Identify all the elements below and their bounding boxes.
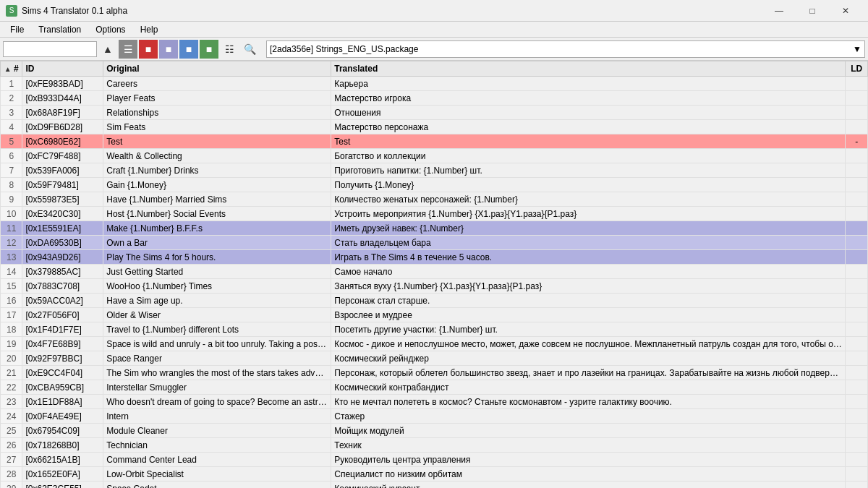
table-row[interactable]: 15[0x7883C708]WooHoo {1.Number} TimesЗан… <box>1 279 868 294</box>
cell-ld <box>846 192 868 207</box>
cell-original: Wealth & Collecting <box>103 149 331 163</box>
cell-id: [0x7883C708] <box>22 279 103 294</box>
maximize-button[interactable]: □ <box>796 0 829 22</box>
menu-file[interactable]: File <box>3 23 31 36</box>
minimize-button[interactable]: — <box>762 0 796 22</box>
table-row[interactable]: 8[0x59F79481]Gain {1.Money}Получить {1.M… <box>1 178 868 192</box>
table-row[interactable]: 11[0x1E5591EA]Make {1.Number} B.F.F.sИме… <box>1 221 868 236</box>
table-row[interactable]: 5[0xC6980E62]TestTest- <box>1 134 868 149</box>
cell-translated: Карьера <box>331 77 846 91</box>
cell-ld <box>846 279 868 294</box>
cell-ld <box>846 91 868 106</box>
table-container[interactable]: ▲ # ID Original Translated LD 1[0xFE983B… <box>0 61 868 488</box>
green-icon[interactable]: ■ <box>200 40 218 59</box>
cell-original: Older & Wiser <box>103 308 331 322</box>
cell-id: [0x539FA006] <box>22 163 103 178</box>
cell-translated: Количество женатых персонажей: {1.Number… <box>331 192 846 207</box>
cell-original: Technician <box>103 438 331 453</box>
list-icon[interactable]: ☰ <box>119 40 137 59</box>
cell-ld <box>846 236 868 250</box>
table-row[interactable]: 28[0x1652E0FA]Low-Orbit SpecialistСпециа… <box>1 467 868 481</box>
cell-translated: Приготовить напитки: {1.Number} шт. <box>331 163 846 178</box>
col-header-ld[interactable]: LD <box>846 61 868 77</box>
table-row[interactable]: 25[0x67954C09]Module CleanerМойщик модул… <box>1 424 868 438</box>
cell-original: Space is wild and unruly - a bit too unr… <box>103 337 331 351</box>
col-header-id[interactable]: ID <box>22 61 103 77</box>
menu-bar: File Translation Options Help <box>0 22 868 38</box>
arrow-icon[interactable]: ▲ <box>98 40 117 59</box>
col-header-orig[interactable]: Original <box>103 61 331 77</box>
cell-translated: Взрослее и мудрее <box>331 308 846 322</box>
cell-id: [0x718268B0] <box>22 438 103 453</box>
menu-translation[interactable]: Translation <box>31 23 88 36</box>
table-row[interactable]: 20[0x92F97BBC]Space RangerКосмический ре… <box>1 351 868 366</box>
purple-icon[interactable]: ■ <box>159 40 178 59</box>
cell-ld <box>846 322 868 337</box>
cell-id: [0x0F4AE49E] <box>22 409 103 424</box>
table-row[interactable]: 24[0x0F4AE49E]InternСтажер <box>1 409 868 424</box>
blue-icon[interactable]: ■ <box>179 40 198 59</box>
cell-num: 27 <box>1 453 22 467</box>
cell-id: [0x1E1DF88A] <box>22 395 103 409</box>
menu-options[interactable]: Options <box>88 23 132 36</box>
cell-num: 2 <box>1 91 22 106</box>
table-icon[interactable]: ☷ <box>220 40 239 59</box>
table-row[interactable]: 27[0x66215A1B]Command Center LeadРуковод… <box>1 453 868 467</box>
table-row[interactable]: 29[0x62E3CE55]Space CadetКосмический кур… <box>1 481 868 489</box>
cell-original: Space Ranger <box>103 351 331 366</box>
cell-id: [0x1F4D1F7E] <box>22 322 103 337</box>
cell-num: 9 <box>1 192 22 207</box>
table-row[interactable]: 21[0xE9CC4F04]The Sim who wrangles the m… <box>1 366 868 380</box>
table-row[interactable]: 13[0x943A9D26]Play The Sims 4 for 5 hour… <box>1 250 868 265</box>
table-row[interactable]: 2[0xB933D44A]Player FeatsМастерство игро… <box>1 91 868 106</box>
cell-ld <box>846 250 868 265</box>
cell-ld <box>846 120 868 134</box>
table-row[interactable]: 16[0x59ACC0A2]Have a Sim age up.Персонаж… <box>1 294 868 308</box>
file-dropdown[interactable]: [2ada356e] Strings_ENG_US.package ▼ <box>266 40 865 58</box>
search-input[interactable] <box>3 41 97 57</box>
cell-ld <box>846 380 868 395</box>
table-row[interactable]: 10[0xE3420C30]Host {1.Number} Social Eve… <box>1 207 868 221</box>
table-row[interactable]: 19[0x4F7E68B9]Space is wild and unruly -… <box>1 337 868 351</box>
col-header-num[interactable]: ▲ # <box>1 61 22 77</box>
table-body: 1[0xFE983BAD]CareersКарьера2[0xB933D44A]… <box>1 77 868 489</box>
table-row[interactable]: 7[0x539FA006]Craft {1.Number} DrinksПриг… <box>1 163 868 178</box>
table-row[interactable]: 9[0x559873E5]Have {1.Number} Married Sim… <box>1 192 868 207</box>
table-row[interactable]: 6[0xFC79F488]Wealth & CollectingБогатств… <box>1 149 868 163</box>
cell-num: 11 <box>1 221 22 236</box>
table-row[interactable]: 23[0x1E1DF88A]Who doesn't dream of going… <box>1 395 868 409</box>
cell-original: Sim Feats <box>103 120 331 134</box>
table-row[interactable]: 4[0xD9FB6D28]Sim FeatsМастерство персона… <box>1 120 868 134</box>
table-row[interactable]: 17[0x27F056F0]Older & WiserВзрослее и му… <box>1 308 868 322</box>
window-controls: — □ ✕ <box>762 0 862 22</box>
table-row[interactable]: 22[0xCBA959CB]Interstellar SmugglerКосми… <box>1 380 868 395</box>
search-icon[interactable]: 🔍 <box>240 40 259 59</box>
cell-ld <box>846 294 868 308</box>
cell-ld <box>846 178 868 192</box>
table-row[interactable]: 26[0x718268B0]TechnicianТехник <box>1 438 868 453</box>
col-header-trans[interactable]: Translated <box>331 61 846 77</box>
cell-original: Low-Orbit Specialist <box>103 467 331 481</box>
table-row[interactable]: 3[0x68A8F19F]RelationshipsОтношения <box>1 106 868 120</box>
table-row[interactable]: 18[0x1F4D1F7E]Travel to {1.Number} diffe… <box>1 322 868 337</box>
cell-ld <box>846 337 868 351</box>
file-label: [2ada356e] Strings_ENG_US.package <box>270 44 418 54</box>
cell-translated: Богатство и коллекции <box>331 149 846 163</box>
cell-translated: Мастерство игрока <box>331 91 846 106</box>
sort-icon: ▲ <box>4 65 12 73</box>
cell-original: Play The Sims 4 for 5 hours. <box>103 250 331 265</box>
close-button[interactable]: ✕ <box>829 0 862 22</box>
cell-translated: Получить {1.Money} <box>331 178 846 192</box>
table-row[interactable]: 14[0x379885AC]Just Getting StartedСамое … <box>1 265 868 279</box>
cell-num: 19 <box>1 337 22 351</box>
cell-original: Module Cleaner <box>103 424 331 438</box>
table-row[interactable]: 12[0xDA69530B]Own a BarСтать владельцем … <box>1 236 868 250</box>
cell-num: 20 <box>1 351 22 366</box>
cell-original: WooHoo {1.Number} Times <box>103 279 331 294</box>
red-icon[interactable]: ■ <box>139 40 158 59</box>
menu-help[interactable]: Help <box>133 23 166 36</box>
cell-original: Make {1.Number} B.F.F.s <box>103 221 331 236</box>
cell-num: 26 <box>1 438 22 453</box>
table-row[interactable]: 1[0xFE983BAD]CareersКарьера <box>1 77 868 91</box>
cell-translated: Заняться вуху {1.Number} {X1.раз}{Y1.раз… <box>331 279 846 294</box>
